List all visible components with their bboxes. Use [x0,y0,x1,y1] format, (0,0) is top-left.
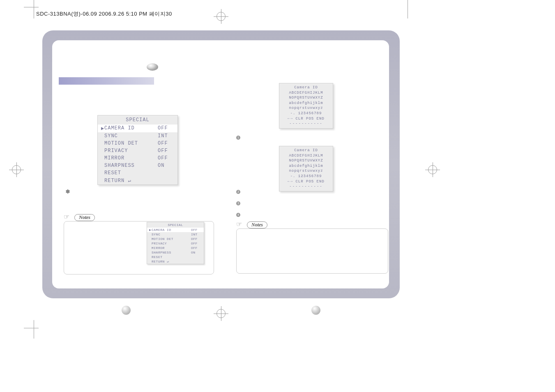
page-spread: SPECIAL ▶CAMERA IDOFF SYNCINT MOTION DET… [42,30,400,298]
registration-mark [214,9,228,24]
osd-line: -. 123456789 [279,174,333,179]
osd-line: ----------- [279,121,333,127]
osd-line: nopqrstuvwxyz [279,106,333,111]
camera-id-osd: Camera ID ABCDEFGHIJKLM NOPQRSTUVWXYZ ab… [279,146,333,191]
crop-mark [34,320,34,339]
page-number-sphere-icon [311,306,320,315]
osd-row: RESET [98,169,177,177]
osd-row: ▶CAMERA IDOFF [98,125,177,132]
osd-menu-special: SPECIAL ▶CAMERA IDOFF SYNCINT MOTION DET… [97,115,178,185]
binding-hole-icon [147,63,158,71]
registration-mark [214,306,228,321]
osd-row: SYNCINT [147,232,204,237]
numbered-bullet-icon: 2 [236,190,240,194]
osd-row: MIRROROFF [147,246,204,250]
camera-id-osd: Camera ID ABCDEFGHIJKLM NOPQRSTUVWXYZ ab… [279,83,333,129]
osd-row: PRIVACYOFF [147,241,204,246]
osd-row: MIRROROFF [98,154,177,162]
osd-title: Camera ID [279,148,333,153]
osd-row: SHARPNESSON [98,162,177,169]
osd-line: ABCDEFGHIJKLM [279,90,333,96]
osd-row: RETURN ↵ [98,177,177,184]
osd-line: abcdefghijklm [279,164,333,169]
notes-badge: ☞ Notes [64,213,95,222]
registration-mark [9,162,24,177]
notes-box [236,228,388,274]
osd-row: MOTION DETOFF [98,140,177,147]
osd-row: PRIVACYOFF [98,147,177,154]
osd-line: ←→ CLR POS END [279,116,333,122]
registration-mark [425,162,440,177]
osd-row: RETURN ↵ [147,259,204,264]
crop-mark [408,0,408,18]
osd-row: MOTION DETOFF [147,237,204,241]
notes-label: Notes [247,221,267,228]
numbered-bullet-icon: 4 [236,213,240,217]
doc-header: SDC-313BNA(영)-06.09 2006.9.26 5:10 PM 페이… [36,10,172,18]
crop-mark [24,328,39,328]
osd-line: ABCDEFGHIJKLM [279,153,333,159]
crop-mark [34,0,34,18]
pointing-hand-icon: ☞ [236,220,245,229]
pointing-hand-icon: ☞ [64,213,73,222]
osd-line: ----------- [279,184,333,189]
section-header-bar [59,77,154,85]
osd-row: SYNCINT [98,132,177,140]
notes-badge: ☞ Notes [236,220,267,229]
osd-title: Camera ID [279,85,333,90]
osd-line: -. 123456789 [279,111,333,116]
page-left: SPECIAL ▶CAMERA IDOFF SYNCINT MOTION DET… [52,40,221,288]
page-number-sphere-icon [122,306,131,315]
page-right: Camera ID ABCDEFGHIJKLM NOPQRSTUVWXYZ ab… [221,40,389,288]
osd-title: SPECIAL [147,222,204,228]
osd-row: ▶CAMERA IDOFF [147,228,204,232]
gear-icon [65,188,70,193]
osd-line: NOPQRSTUVWXYZ [279,95,333,101]
osd-row: RESET [147,255,204,259]
notes-label: Notes [74,214,95,221]
osd-line: NOPQRSTUVWXYZ [279,158,333,164]
osd-line: nopqrstuvwxyz [279,168,333,174]
osd-title: SPECIAL [98,115,177,125]
osd-menu-special-small: SPECIAL ▶CAMERA IDOFF SYNCINT MOTION DET… [147,222,204,264]
numbered-bullet-icon: 3 [236,201,240,205]
osd-line: ←→ CLR POS END [279,179,333,184]
osd-row: SHARPNESSON [147,250,204,255]
crop-mark [24,7,39,7]
osd-line: abcdefghijklm [279,101,333,106]
numbered-bullet-icon: 1 [236,136,240,140]
